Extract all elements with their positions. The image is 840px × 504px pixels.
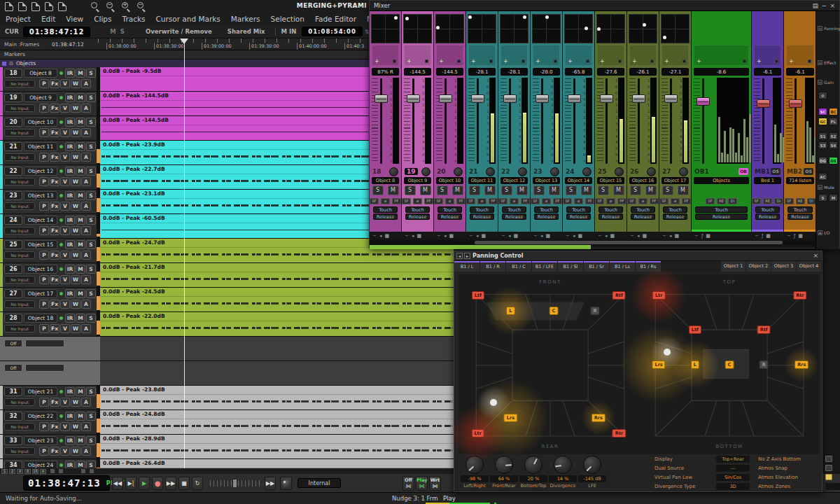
footer-icon[interactable]: − [405, 233, 409, 239]
footer-icon[interactable]: ◂ [605, 233, 608, 239]
strip-pf-button[interactable]: PF [682, 198, 691, 204]
touch-button[interactable]: Touch [663, 206, 687, 213]
record-ready-led[interactable] [59, 438, 64, 443]
track-a-button[interactable]: A [81, 153, 91, 162]
knob-value[interactable]: -145 dB [578, 475, 606, 482]
mute-button[interactable]: M [484, 186, 496, 195]
track-v-button[interactable]: V [60, 79, 70, 88]
track-ir-button[interactable]: IR [65, 191, 75, 200]
footer-icon[interactable]: − [437, 233, 441, 239]
track-ir-button[interactable]: IR [65, 69, 75, 78]
strip-pf-button[interactable]: PF [553, 198, 562, 204]
strip-di-button[interactable]: DI [774, 198, 783, 204]
strip-pf-button[interactable]: PF [650, 198, 659, 204]
record-ready-led[interactable] [59, 463, 64, 468]
strip-sf-button[interactable]: SF [706, 198, 715, 204]
footer-icon[interactable]: ƒ [794, 233, 795, 239]
insert-slot[interactable]: + [372, 45, 399, 66]
track-m-button[interactable]: M [76, 167, 85, 176]
toggle-atmos-snap-checkbox[interactable] [825, 465, 832, 471]
pan-position-dot[interactable] [584, 27, 588, 30]
fader-track[interactable] [573, 78, 575, 164]
touch-button[interactable]: Touch [695, 206, 748, 213]
track-v-button[interactable]: V [60, 251, 70, 260]
side-ds-button[interactable]: DS [829, 157, 838, 164]
track-height-16[interactable]: 16 [32, 469, 38, 474]
bus-type-badge[interactable]: OB [738, 168, 748, 175]
tab-b1-sl[interactable]: B1 / Sl [558, 261, 583, 272]
add-insert-icon[interactable]: + [664, 59, 669, 64]
track-lane[interactable]: 0.0dB - Peak -26.4dB [100, 459, 454, 469]
track-a-button[interactable]: A [81, 300, 91, 309]
fader-track[interactable] [444, 78, 447, 164]
strip--button[interactable]: ø [542, 198, 551, 204]
track-height-4[interactable]: 4 [17, 469, 23, 474]
playhead-line[interactable] [184, 38, 185, 469]
track-fx-button[interactable]: Fx [50, 153, 59, 162]
track-input-select[interactable]: No Input [4, 227, 35, 234]
fader-cap[interactable] [696, 97, 710, 106]
release-button[interactable]: Release [663, 214, 687, 220]
footer-icon[interactable]: − [501, 233, 505, 239]
touch-button[interactable]: Touch [470, 206, 494, 213]
insert-bypass-icon[interactable] [522, 59, 525, 63]
strip-name[interactable]: Object 14 [565, 177, 592, 184]
channel-knob[interactable] [389, 167, 398, 176]
fader-track[interactable] [606, 78, 608, 164]
tab-b1-ls[interactable]: B1 / Ls [610, 261, 635, 272]
tab-object-4[interactable]: Object 4 [797, 261, 821, 272]
strip-pf-button[interactable]: PF [617, 198, 626, 204]
strip--button[interactable]: ø [445, 198, 454, 204]
solo-indicator[interactable]: S [120, 28, 125, 35]
fader-track[interactable] [541, 78, 543, 164]
track-fx-button[interactable]: Fx [50, 202, 59, 211]
knob-value[interactable]: 64 % [490, 475, 518, 482]
touch-button[interactable]: Touch [566, 206, 591, 213]
track-number[interactable]: 33 [4, 436, 22, 445]
touch-button[interactable]: Touch [438, 206, 462, 213]
track-off-button[interactable]: Off [4, 364, 22, 372]
fader-cap[interactable] [757, 99, 770, 108]
track-w-button[interactable]: W [71, 251, 80, 260]
strip-re-button[interactable]: RE [763, 198, 772, 204]
play-button[interactable]: ▶ [139, 477, 150, 490]
knob-dial[interactable] [554, 456, 572, 474]
mute-button[interactable]: M [549, 186, 560, 195]
track-v-button[interactable]: V [60, 104, 70, 113]
track-v-button[interactable]: V [60, 226, 70, 235]
record-ready-led[interactable] [59, 71, 64, 76]
release-button[interactable]: Release [598, 214, 623, 220]
tab-b1-c[interactable]: B1 / C [506, 261, 531, 272]
footer-icon[interactable]: ◂ [573, 233, 575, 239]
strip-sf-button[interactable]: SF [370, 198, 379, 204]
insert-slot[interactable]: + [500, 45, 528, 66]
pan-source-dot[interactable] [490, 399, 497, 406]
track-p-button[interactable]: P [39, 177, 49, 186]
record-ready-led[interactable] [59, 144, 64, 149]
strip-sf-button[interactable]: SF [752, 198, 761, 204]
solo-button[interactable]: S [469, 186, 480, 195]
skip-end-button[interactable]: ▶| [125, 477, 136, 490]
fader-track[interactable] [380, 78, 382, 164]
sync-source-select[interactable]: Internal [298, 478, 341, 488]
add-insert-icon[interactable]: + [696, 59, 701, 64]
release-button[interactable]: Release [470, 214, 494, 220]
pan-position-dot[interactable] [597, 27, 601, 31]
setting-dual-source-value[interactable]: --- [716, 465, 750, 472]
track-m-button[interactable]: M [76, 436, 85, 445]
track-input-select[interactable]: No Input [4, 423, 35, 430]
track-input-select[interactable]: No Input [4, 80, 35, 88]
side-m-button[interactable]: M [829, 194, 838, 202]
pan-position-dot[interactable] [394, 16, 398, 20]
pan-position-dot[interactable] [405, 17, 409, 20]
setting-virtual-pan-law-value[interactable]: Sin/Cos [716, 474, 750, 481]
touch-button[interactable]: Touch [373, 206, 398, 213]
atmos-zones-value[interactable]: All [825, 483, 840, 490]
track-off-button[interactable]: Off [4, 340, 22, 347]
collapse-group-icon[interactable]: ⊟ [9, 61, 13, 66]
side-section-effect[interactable]: −Effect [818, 60, 836, 65]
strip-sf-button[interactable]: SF [434, 198, 443, 204]
track-name[interactable]: Object 11 [24, 142, 57, 151]
track-fx-button[interactable]: Fx [50, 275, 59, 284]
track-number[interactable]: 28 [4, 314, 22, 323]
